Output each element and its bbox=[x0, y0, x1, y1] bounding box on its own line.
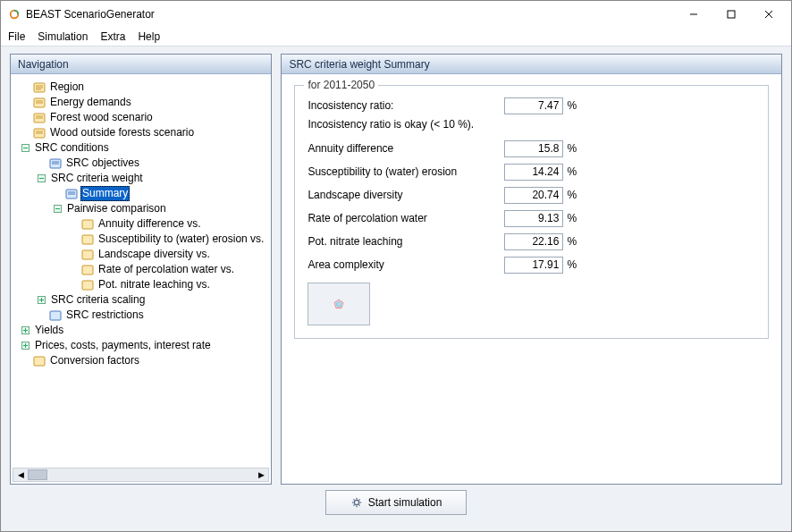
tree-item-forest[interactable]: Forest wood scenario bbox=[20, 110, 265, 125]
svg-line-43 bbox=[358, 499, 359, 500]
close-button[interactable] bbox=[750, 4, 788, 25]
svg-rect-27 bbox=[82, 266, 93, 274]
tree-item-energy[interactable]: Energy demands bbox=[20, 95, 265, 110]
tree-item-region[interactable]: Region bbox=[20, 80, 265, 95]
svg-rect-24 bbox=[82, 220, 93, 229]
form-icon bbox=[33, 97, 46, 108]
form-icon bbox=[33, 128, 46, 139]
tree-item-annuity-vs[interactable]: Annuity difference vs. bbox=[68, 216, 265, 232]
menubar: File Simulation Extra Help bbox=[1, 28, 791, 46]
radar-chart-button[interactable] bbox=[308, 283, 370, 325]
menu-extra[interactable]: Extra bbox=[100, 30, 125, 43]
tree-item-src-objectives[interactable]: SRC objectives bbox=[36, 156, 265, 171]
landscape-field[interactable] bbox=[504, 187, 563, 204]
tree-item-src-conditions[interactable]: SRC conditions bbox=[20, 140, 265, 156]
form-icon bbox=[33, 356, 46, 367]
tree-item-suscept-vs[interactable]: Susceptibility to (water) erosion vs. bbox=[68, 232, 265, 247]
form-icon bbox=[81, 265, 94, 275]
minimize-button[interactable] bbox=[675, 4, 712, 25]
unit-label: % bbox=[563, 142, 579, 155]
inconsistency-hint: Incosistency ratio is okay (< 10 %). bbox=[308, 118, 755, 131]
svg-rect-29 bbox=[50, 311, 61, 320]
start-simulation-label: Start simulation bbox=[368, 496, 442, 509]
area-label: Area complexity bbox=[308, 258, 504, 271]
collapse-icon[interactable] bbox=[20, 144, 30, 152]
form-icon bbox=[65, 189, 78, 199]
menu-help[interactable]: Help bbox=[138, 30, 160, 43]
svg-rect-26 bbox=[82, 250, 93, 259]
expand-icon[interactable] bbox=[20, 326, 30, 334]
area-field[interactable] bbox=[504, 257, 563, 274]
tree-item-wood-outside[interactable]: Wood outside forests scenario bbox=[20, 125, 265, 140]
tree-item-src-scaling[interactable]: SRC criteria scaling bbox=[36, 292, 265, 308]
svg-rect-30 bbox=[34, 357, 45, 366]
landscape-label: Landscape diversity bbox=[308, 189, 504, 201]
unit-label: % bbox=[563, 165, 579, 178]
svg-rect-2 bbox=[728, 11, 735, 18]
form-icon bbox=[49, 310, 62, 321]
unit-label: % bbox=[563, 189, 579, 201]
menu-simulation[interactable]: Simulation bbox=[38, 30, 88, 43]
horizontal-scrollbar[interactable]: ◀ ▶ bbox=[13, 468, 269, 482]
form-icon bbox=[49, 158, 62, 169]
app-window: BEAST ScenarioGenerator File Simulation … bbox=[0, 0, 792, 532]
start-simulation-button[interactable]: Start simulation bbox=[325, 490, 467, 515]
svg-rect-25 bbox=[82, 235, 93, 244]
percolation-label: Rate of percolation water bbox=[308, 212, 504, 224]
titlebar: BEAST ScenarioGenerator bbox=[1, 1, 791, 28]
tree-item-src-restrictions[interactable]: SRC restrictions bbox=[36, 308, 265, 323]
collapse-icon[interactable] bbox=[52, 205, 63, 213]
svg-point-35 bbox=[354, 500, 358, 504]
tree-item-percolation-vs[interactable]: Rate of percolation water vs. bbox=[68, 262, 265, 277]
maximize-button[interactable] bbox=[712, 4, 750, 25]
menu-file[interactable]: File bbox=[8, 30, 25, 43]
window-title: BEAST ScenarioGenerator bbox=[26, 8, 155, 21]
radar-chart-icon bbox=[323, 290, 355, 318]
suscept-field[interactable] bbox=[504, 164, 563, 181]
nitrate-label: Pot. nitrate leaching bbox=[308, 235, 504, 248]
inconsistency-label: Incosistency ratio: bbox=[308, 99, 504, 112]
svg-rect-28 bbox=[82, 281, 93, 290]
nitrate-field[interactable] bbox=[504, 233, 563, 250]
form-icon bbox=[33, 82, 46, 93]
tree-item-prices[interactable]: Prices, costs, payments, interest rate bbox=[20, 338, 265, 353]
svg-line-42 bbox=[353, 504, 354, 505]
tree-item-conversion[interactable]: Conversion factors bbox=[20, 353, 265, 368]
detail-panel-title: SRC criteria weight Summary bbox=[282, 55, 781, 74]
detail-panel: SRC criteria weight Summary for 2011-205… bbox=[281, 54, 782, 485]
tree-item-summary[interactable]: Summary bbox=[52, 186, 265, 201]
suscept-label: Susceptibility to (water) erosion bbox=[308, 165, 504, 178]
summary-fieldset: for 2011-2050 Incosistency ratio: % Inco… bbox=[294, 85, 769, 339]
svg-line-41 bbox=[358, 504, 359, 505]
scroll-left-icon[interactable]: ◀ bbox=[13, 470, 28, 479]
tree-item-yields[interactable]: Yields bbox=[20, 323, 265, 338]
navigation-panel-title: Navigation bbox=[11, 55, 271, 74]
tree-item-src-criteria-weight[interactable]: SRC criteria weight bbox=[36, 171, 265, 186]
annuity-field[interactable] bbox=[504, 140, 563, 157]
scroll-thumb[interactable] bbox=[28, 469, 47, 480]
unit-label: % bbox=[563, 99, 579, 112]
fieldset-legend: for 2011-2050 bbox=[304, 79, 378, 91]
form-icon bbox=[81, 249, 94, 260]
navigation-tree[interactable]: Region Energy demands Forest wood scenar… bbox=[16, 80, 265, 368]
unit-label: % bbox=[563, 212, 579, 224]
form-icon bbox=[81, 219, 94, 230]
tree-item-nitrate-vs[interactable]: Pot. nitrate leaching vs. bbox=[68, 277, 265, 292]
expand-icon[interactable] bbox=[36, 296, 46, 304]
tree-item-landscape-vs[interactable]: Landscape diversity vs. bbox=[68, 247, 265, 262]
gear-icon bbox=[350, 497, 363, 508]
form-icon bbox=[81, 234, 94, 245]
tree-item-pairwise[interactable]: Pairwise comparison bbox=[52, 201, 265, 216]
annuity-label: Annuity difference bbox=[308, 142, 504, 155]
expand-icon[interactable] bbox=[20, 342, 30, 350]
collapse-icon[interactable] bbox=[36, 174, 46, 182]
unit-label: % bbox=[563, 258, 579, 271]
form-icon bbox=[81, 280, 94, 291]
percolation-field[interactable] bbox=[504, 210, 563, 227]
inconsistency-field[interactable] bbox=[504, 97, 563, 114]
navigation-panel: Navigation Region Energy demands Forest … bbox=[10, 54, 272, 485]
form-icon bbox=[33, 113, 46, 123]
svg-line-40 bbox=[353, 499, 354, 500]
scroll-right-icon[interactable]: ▶ bbox=[254, 470, 268, 479]
unit-label: % bbox=[563, 235, 579, 248]
